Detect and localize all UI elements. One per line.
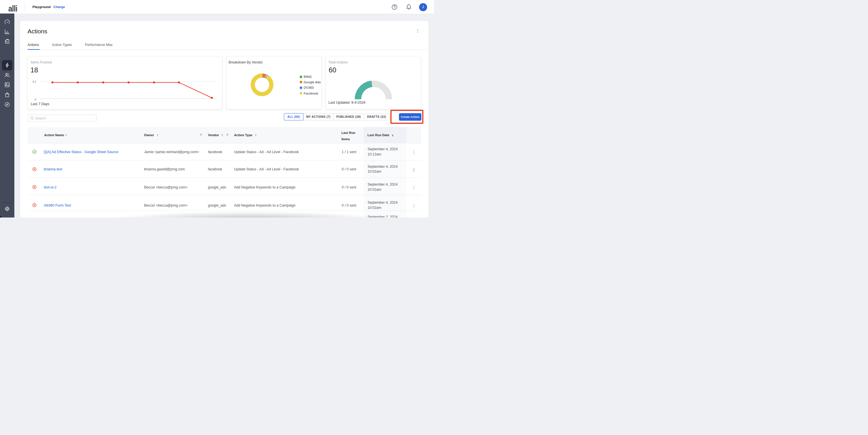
svg-text:3.2: 3.2 xyxy=(32,80,36,83)
svg-text:0: 0 xyxy=(35,98,36,101)
